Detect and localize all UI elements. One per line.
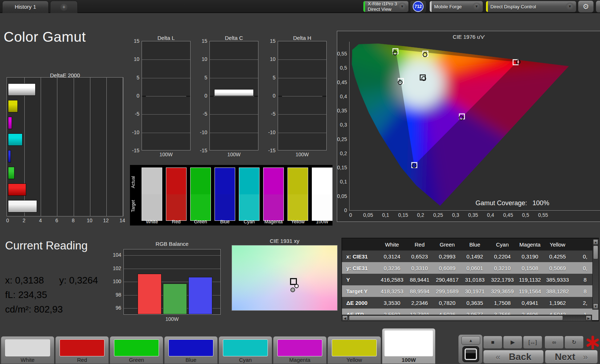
pattern-button-white[interactable]: White [1,336,54,364]
swatch-column-magenta [263,167,284,221]
delta-y-tick-label: -5 [262,111,275,117]
current-reading-block: Current Reading [5,239,87,252]
reading-y: y: 0,3264 [59,275,98,286]
target-swatch [239,194,259,221]
continuous-button[interactable]: ∞ [544,336,564,349]
cie-1976-x-tick-label: 0,4 [483,212,498,218]
next-button[interactable]: Next » [545,350,598,364]
scroll-down-icon[interactable]: ▼ [593,303,598,309]
scroll-up-icon[interactable]: ▲ [593,239,598,245]
rgb-bar-blue [188,277,212,314]
tab-label: History 1 [15,4,36,10]
tab-history-1[interactable]: History 1 [2,1,49,13]
delta-y-tick-label: 10 [194,56,207,62]
add-tab-button[interactable]: + [50,1,78,13]
pattern-window-icon [465,348,477,360]
meter-count-badge[interactable]: 712 [410,0,426,13]
rgb-balance-title: RGB Balance [123,241,221,247]
delta-y-tick-label: 15 [194,38,207,44]
pattern-label: Blue [164,357,217,363]
table-vertical-scrollbar[interactable]: ▲ ▼ [592,239,599,310]
play-button[interactable]: ▶ [503,336,522,349]
target-swatch [166,194,186,221]
cell: 0,6523 [406,251,433,262]
cell: 416,2583 [378,274,406,285]
delta-e-x-tick-label: 14 [119,218,125,223]
cie-1976-x-tick-label: 0,1 [378,212,393,218]
cell: 0,3190 [516,251,544,262]
display-control-name: Direct Display Control [490,4,536,9]
delta-xlabel: 100W [278,152,327,157]
gridline [41,78,41,216]
rgb-y-tick-label: 98 [108,292,121,298]
pattern-label: Cyan [219,357,272,363]
swatch-column-yellow [287,167,308,221]
pattern-button-magenta[interactable]: Magenta [273,336,327,364]
swatch-column-label: Yellow [287,219,308,224]
gridline [278,96,326,96]
table-header-white: White [378,238,406,251]
meter-dropdown[interactable]: X-Rite i1Pro 3 Direct View ▼ [363,1,409,12]
alert-asterisk-icon [585,335,600,350]
swatch-column-cyan [239,167,260,221]
chevron-down-icon: ▼ [398,3,406,11]
gridline [278,133,326,133]
pattern-button-100w[interactable]: 100W [382,328,436,364]
pattern-button-red[interactable]: Red [55,336,109,364]
row-label: Target Y [342,285,378,297]
stop-button[interactable]: ■ [483,336,502,349]
cell: 418,3253 [378,285,406,297]
actual-target-swatch-strip: ActualTargetWhiteRedGreenBlueCyanMagenta… [130,165,332,226]
clipped-toolbar-button[interactable] [596,0,600,13]
pattern-button-green[interactable]: Green [110,336,163,364]
pattern-button-yellow[interactable]: Yellow [327,336,381,364]
table-header-magenta: Magenta [516,238,544,251]
cell: 329,3659 [489,285,516,297]
vertical-scroll-thumb[interactable] [593,245,598,259]
reading-x: x: 0,3138 [5,275,44,286]
pattern-size-button[interactable]: [↔] [523,336,542,349]
cie-1976-y-tick-label: 0,5 [326,65,347,71]
cell: 88,9594 [406,285,433,297]
back-button[interactable]: « Back [483,350,544,364]
cie-1931-diagram [232,245,338,311]
pattern-button-cyan[interactable]: Cyan [219,336,272,364]
pattern-window-button[interactable] [462,346,479,362]
delta-chart-title: Delta L [142,35,191,41]
source-dropdown[interactable]: Mobile Forge ▼ [429,1,483,12]
swatch-column-label: Green [190,219,211,224]
cell: 3,3530 [378,297,406,309]
display-control-dropdown[interactable]: Direct Display Control ▼ [486,1,576,12]
settings-button[interactable]: ⚙ [578,0,594,13]
pattern-label: 100W [382,357,435,363]
delta-y-tick-label: -5 [194,111,207,117]
cie-1976-x-tick-label: 0,3 [448,212,463,218]
cell: 388,1282 [544,285,571,297]
gridline [278,114,326,115]
scroll-right-icon[interactable]: ▶ [586,315,591,320]
gridline [278,59,326,60]
delta-e-x-tick-label: 2 [21,218,27,223]
pattern-swatch [223,339,268,356]
calman-window: History 1 + X-Rite i1Pro 3 Direct View ▼… [0,0,600,364]
cie-1976-x-tick-label: 0 [343,212,358,218]
delta-e-x-tick-label: 8 [70,218,76,223]
pattern-label: Green [110,357,163,363]
delta-chart-delta-h [278,41,327,150]
pattern-button-blue[interactable]: Blue [164,336,218,364]
table-horizontal-scrollbar[interactable]: ◀ ▶ [342,315,592,321]
next-chevrons-icon: » [583,352,588,362]
table-row: x: CIE310,31240,65230,29930,14920,22040,… [342,251,599,262]
refresh-button[interactable]: ↻ [564,336,584,349]
scroll-left-icon[interactable]: ◀ [342,315,348,320]
pattern-swatch [5,339,50,356]
delta-bar [214,89,254,96]
delta-y-tick-label: -10 [194,129,207,135]
pattern-label: Magenta [273,357,326,363]
cell: 0,4255 [544,251,571,262]
meter-name: X-Rite i1Pro 3 [368,1,397,7]
rgb-y-tick-label: 100 [108,278,121,284]
collapse-deck-button[interactable]: ▲ [461,336,480,345]
chevron-up-icon: ▲ [469,338,473,343]
horizontal-scroll-thumb[interactable] [349,315,563,320]
